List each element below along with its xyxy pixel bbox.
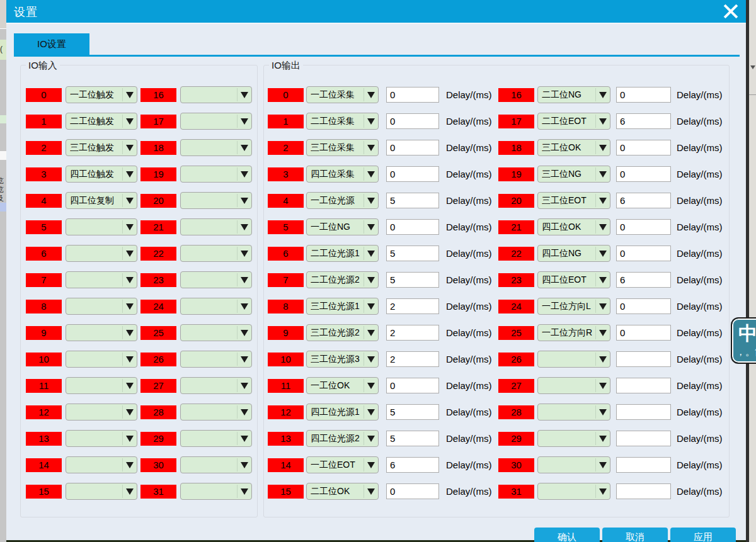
- delay-input-26[interactable]: [616, 351, 671, 367]
- io-select-out-6[interactable]: 二工位光源1: [306, 245, 379, 262]
- delay-input-14[interactable]: [386, 457, 439, 473]
- background-scrollbar[interactable]: [749, 0, 756, 542]
- delay-input-7[interactable]: [386, 272, 439, 288]
- delay-input-9[interactable]: [386, 325, 439, 341]
- io-select-in-23[interactable]: [180, 271, 252, 288]
- io-select-in-10[interactable]: [66, 351, 137, 368]
- io-select-out-28[interactable]: [537, 404, 610, 421]
- delay-input-25[interactable]: [616, 325, 671, 341]
- delay-input-1[interactable]: [386, 113, 439, 129]
- io-select-in-29[interactable]: [180, 430, 252, 447]
- delay-input-8[interactable]: [386, 298, 439, 314]
- delay-input-19[interactable]: [616, 166, 671, 182]
- io-select-in-20[interactable]: [180, 192, 252, 209]
- io-select-in-6[interactable]: [66, 245, 137, 262]
- io-select-in-30[interactable]: [180, 456, 252, 473]
- delay-input-28[interactable]: [616, 404, 671, 420]
- io-select-out-14[interactable]: 一工位EOT: [306, 456, 379, 473]
- delay-input-30[interactable]: [616, 457, 671, 473]
- delay-input-21[interactable]: [616, 219, 671, 235]
- confirm-button[interactable]: 确认: [534, 528, 600, 542]
- delay-input-17[interactable]: [616, 113, 671, 129]
- io-select-out-9[interactable]: 三工位光源2: [306, 324, 379, 341]
- io-select-out-0[interactable]: 一工位采集: [306, 86, 379, 103]
- io-select-in-0[interactable]: 一工位触发: [66, 86, 137, 103]
- io-select-in-13[interactable]: [66, 430, 137, 447]
- io-select-out-19[interactable]: 三工位NG: [537, 166, 610, 183]
- delay-input-11[interactable]: [386, 378, 439, 393]
- io-select-in-7[interactable]: [66, 271, 137, 288]
- io-select-in-24[interactable]: [180, 298, 252, 315]
- delay-input-0[interactable]: [386, 87, 439, 103]
- io-select-out-8[interactable]: 三工位光源1: [306, 298, 379, 315]
- io-select-in-1[interactable]: 二工位触发: [66, 113, 137, 130]
- io-select-in-17[interactable]: [180, 113, 252, 130]
- io-select-out-12[interactable]: 四工位光源1: [306, 404, 379, 421]
- io-select-out-7[interactable]: 二工位光源2: [306, 271, 379, 288]
- scrollbar-arrow-icon[interactable]: [750, 65, 755, 69]
- io-select-out-1[interactable]: 二工位采集: [306, 113, 379, 130]
- io-select-out-17[interactable]: 二工位EOT: [537, 113, 610, 130]
- delay-input-31[interactable]: [616, 483, 671, 499]
- io-select-in-18[interactable]: [180, 139, 252, 156]
- ime-widget[interactable]: 中 ，。简: [731, 317, 756, 364]
- io-select-in-22[interactable]: [180, 245, 252, 262]
- io-select-out-2[interactable]: 三工位采集: [306, 139, 379, 156]
- io-select-in-21[interactable]: [180, 218, 252, 235]
- apply-button[interactable]: 应用: [670, 528, 736, 542]
- delay-input-16[interactable]: [616, 87, 671, 103]
- io-select-out-20[interactable]: 三工位EOT: [537, 192, 610, 209]
- delay-input-24[interactable]: [616, 298, 671, 314]
- tab-io-settings[interactable]: IO设置: [14, 33, 89, 55]
- io-select-in-25[interactable]: [180, 324, 252, 341]
- delay-input-12[interactable]: [386, 404, 439, 420]
- io-select-out-26[interactable]: [537, 351, 610, 368]
- delay-input-2[interactable]: [386, 140, 439, 155]
- io-select-in-15[interactable]: [66, 483, 137, 500]
- io-select-in-16[interactable]: [180, 86, 252, 103]
- delay-input-29[interactable]: [616, 431, 671, 446]
- io-select-out-25[interactable]: 一工位方向R: [537, 324, 610, 341]
- io-select-out-4[interactable]: 一工位光源: [306, 192, 379, 209]
- io-select-in-19[interactable]: [180, 166, 252, 183]
- io-select-in-14[interactable]: [66, 456, 137, 473]
- io-select-in-9[interactable]: [66, 324, 137, 341]
- delay-input-20[interactable]: [616, 193, 671, 208]
- io-select-in-28[interactable]: [180, 404, 252, 421]
- io-select-in-3[interactable]: 四工位触发: [66, 166, 137, 183]
- io-select-out-24[interactable]: 一工位方向L: [537, 298, 610, 315]
- io-select-out-16[interactable]: 二工位NG: [537, 86, 610, 103]
- dialog-titlebar[interactable]: 设置: [6, 0, 746, 24]
- io-select-in-27[interactable]: [180, 377, 252, 394]
- delay-input-13[interactable]: [386, 431, 439, 446]
- io-select-out-5[interactable]: 一工位NG: [306, 218, 379, 235]
- io-select-out-10[interactable]: 三工位光源3: [306, 351, 379, 368]
- io-select-in-12[interactable]: [66, 404, 137, 421]
- io-select-out-30[interactable]: [537, 456, 610, 473]
- cancel-button[interactable]: 取消: [602, 528, 668, 542]
- io-select-out-27[interactable]: [537, 377, 610, 394]
- io-select-in-31[interactable]: [180, 483, 252, 500]
- delay-input-22[interactable]: [616, 246, 671, 261]
- io-select-out-21[interactable]: 四工位OK: [537, 218, 610, 235]
- delay-input-3[interactable]: [386, 166, 439, 182]
- io-select-out-18[interactable]: 三工位OK: [537, 139, 610, 156]
- io-select-out-23[interactable]: 四工位EOT: [537, 271, 610, 288]
- io-select-out-15[interactable]: 二工位OK: [306, 483, 379, 500]
- io-select-out-22[interactable]: 四工位NG: [537, 245, 610, 262]
- delay-input-10[interactable]: [386, 351, 439, 367]
- delay-input-5[interactable]: [386, 219, 439, 235]
- io-select-in-4[interactable]: 四工位复制: [66, 192, 137, 209]
- io-select-out-31[interactable]: [537, 483, 610, 500]
- delay-input-4[interactable]: [386, 193, 439, 208]
- io-select-in-11[interactable]: [66, 377, 137, 394]
- io-select-in-8[interactable]: [66, 298, 137, 315]
- io-select-out-11[interactable]: 一工位OK: [306, 377, 379, 394]
- io-select-in-2[interactable]: 三工位触发: [66, 139, 137, 156]
- io-select-out-3[interactable]: 四工位采集: [306, 166, 379, 183]
- close-icon[interactable]: [721, 1, 741, 21]
- delay-input-18[interactable]: [616, 140, 671, 155]
- io-select-in-26[interactable]: [180, 351, 252, 368]
- delay-input-6[interactable]: [386, 246, 439, 261]
- io-select-out-13[interactable]: 四工位光源2: [306, 430, 379, 447]
